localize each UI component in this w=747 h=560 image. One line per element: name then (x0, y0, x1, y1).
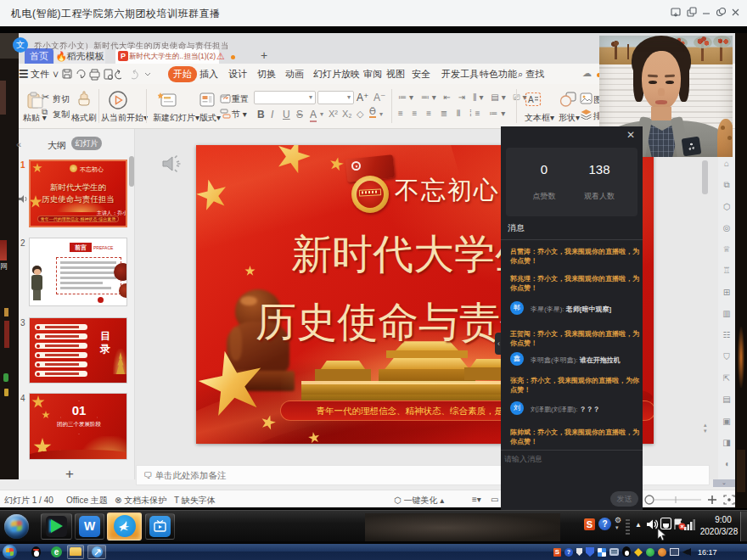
svg-text:A: A (528, 95, 534, 104)
